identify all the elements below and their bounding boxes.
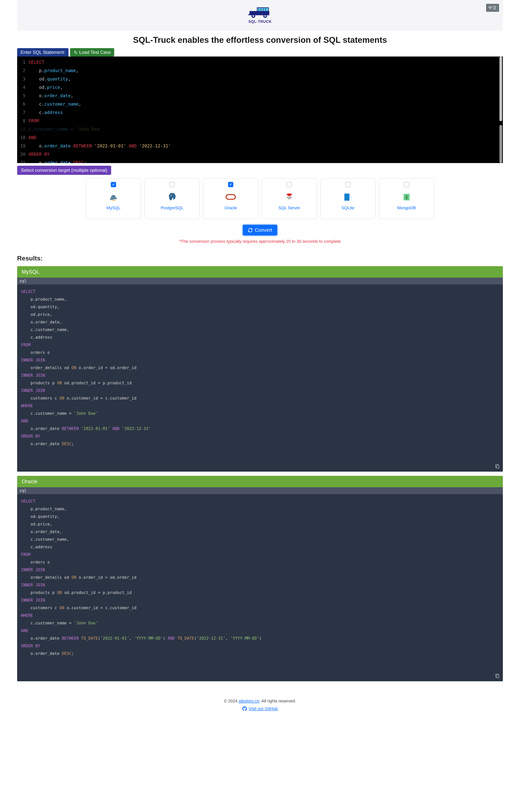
checkbox-postgresql[interactable] <box>170 182 175 187</box>
logo: SQL-TRUCK <box>248 6 272 24</box>
checkbox-oracle[interactable]: ✓ <box>228 182 233 187</box>
github-link-text: Visit our GitHub <box>249 706 278 711</box>
scrollbar-handle[interactable] <box>499 56 502 121</box>
github-link[interactable]: Visit our GitHub <box>242 706 278 711</box>
target-card-mysql[interactable]: ✓ MySQL <box>86 178 141 219</box>
target-card-sqlite[interactable]: SQLite <box>320 178 375 219</box>
checkbox-sqlite[interactable] <box>345 182 350 187</box>
refresh-icon <box>248 228 253 233</box>
target-card-oracle[interactable]: ✓ Oracle <box>203 178 258 219</box>
svg-point-7 <box>253 15 254 17</box>
svg-rect-15 <box>497 675 499 678</box>
result-code[interactable]: SELECT p.product_name, od.quantity, od.p… <box>17 494 503 681</box>
logo-text: SQL-TRUCK <box>249 20 271 24</box>
enter-sql-label: Enter SQL Statement: <box>17 48 69 56</box>
result-lang-label: sql <box>17 487 503 494</box>
load-test-case-label: Load Test Case <box>79 50 111 55</box>
sqlite-icon <box>341 191 355 204</box>
target-grid: ✓ MySQL PostgreSQL ✓ Oracle SQL Server S… <box>17 178 503 219</box>
target-card-postgresql[interactable]: PostgreSQL <box>145 178 200 219</box>
convert-label: Convert <box>255 227 272 233</box>
target-label: MongoDB <box>397 206 416 210</box>
target-card-mongodb[interactable]: MongoDB <box>379 178 434 219</box>
header-band: 中文 SQL-TRUCK <box>17 0 503 31</box>
line-gutter: 123456781818192021 <box>17 56 27 163</box>
svg-point-9 <box>264 15 266 17</box>
mysql-icon <box>107 191 120 204</box>
copy-icon[interactable] <box>495 463 500 469</box>
target-card-sqlserver[interactable]: SQL Server <box>262 178 317 219</box>
footer-site-link[interactable]: aibotpro.cn <box>239 699 259 703</box>
github-icon <box>242 706 247 711</box>
svg-rect-14 <box>497 465 499 468</box>
target-label: MySQL <box>106 206 120 210</box>
copyright-prefix: © 2024 <box>224 699 238 703</box>
svg-rect-11 <box>226 195 235 199</box>
result-title: MySQL <box>17 266 503 277</box>
footer: © 2024 aibotpro.cn. All rights reserved.… <box>17 693 503 722</box>
code-area[interactable]: SELECT p.product_name, od.quantity, od.p… <box>27 56 503 163</box>
result-lang-label: sql <box>17 277 503 285</box>
result-block-oracle: Oracle sql SELECT p.product_name, od.qua… <box>17 476 503 681</box>
checkbox-mysql[interactable]: ✓ <box>111 182 116 187</box>
conversion-note: *The conversion process typically requir… <box>17 239 503 244</box>
target-label: Oracle <box>225 206 237 210</box>
target-label: SQLite <box>341 206 354 210</box>
checkbox-sqlserver[interactable] <box>287 182 292 187</box>
page-title: SQL-Truck enables the effortless convers… <box>17 35 503 45</box>
copy-icon[interactable] <box>495 673 500 679</box>
result-title: Oracle <box>17 476 503 487</box>
target-label: SQL Server <box>279 206 300 210</box>
svg-point-10 <box>171 195 172 196</box>
activity-icon <box>74 50 78 54</box>
oracle-icon <box>224 191 237 204</box>
mongodb-icon <box>400 191 413 204</box>
checkbox-mongodb[interactable] <box>404 182 409 187</box>
copyright-suffix: . All rights reserved. <box>259 699 296 703</box>
truck-icon <box>248 6 272 20</box>
language-toggle-button[interactable]: 中文 <box>486 4 499 12</box>
convert-button[interactable]: Convert <box>242 224 278 236</box>
select-target-label: Select conversion target (multiple optio… <box>17 166 111 175</box>
results-heading: Results: <box>17 254 503 262</box>
svg-rect-12 <box>344 193 349 201</box>
result-block-mysql: MySQL sql SELECT p.product_name, od.quan… <box>17 266 503 471</box>
scrollbar-handle[interactable] <box>499 125 502 163</box>
target-label: PostgreSQL <box>161 206 183 210</box>
load-test-case-button[interactable]: Load Test Case <box>70 48 114 56</box>
sql-editor[interactable]: 123456781818192021 SELECT p.product_name… <box>17 56 503 163</box>
result-code[interactable]: SELECT p.product_name, od.quantity, od.p… <box>17 285 503 471</box>
sqlserver-icon <box>283 191 296 204</box>
postgresql-icon <box>165 191 179 204</box>
